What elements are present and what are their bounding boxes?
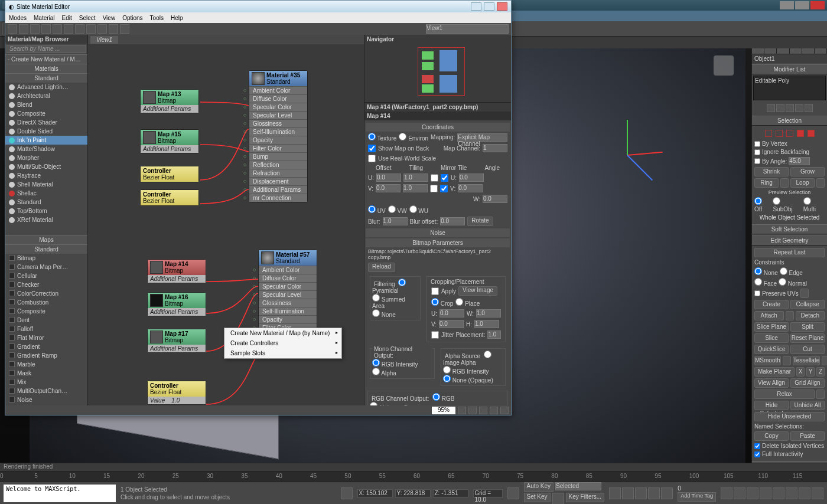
current-frame-spinner[interactable]: 0 [678,485,695,492]
material-item[interactable]: Advanced Lightin… [5,83,87,91]
by-vertex-check[interactable] [754,141,760,147]
viewport-nav-icon[interactable] [773,487,784,499]
ring-button[interactable]: Ring [754,178,779,188]
modify-tab[interactable] [764,48,777,54]
noise-rollout[interactable]: Noise [366,228,510,237]
close-button[interactable] [810,1,825,9]
map-item[interactable]: MultiOutputChan… [5,387,87,395]
node-map17[interactable]: Map #17Bitmap Additional Params [147,329,206,353]
jitter-check[interactable] [431,331,439,339]
viewport-nav-icon[interactable] [786,487,797,499]
texture-radio[interactable] [368,133,376,140]
viewport-nav-icon[interactable] [799,487,810,499]
constraint-none[interactable] [754,267,762,275]
hide-unselected-button[interactable]: Hide Unselected [754,412,825,421]
attach-list-button[interactable] [786,311,794,320]
material-slot[interactable]: Refraction [249,169,307,177]
modifier-stack[interactable]: Editable Poly [753,76,826,100]
slate-menu-material[interactable]: Material [34,15,55,21]
node-controller2[interactable]: ControllerBezier Float [140,189,199,206]
coord-x[interactable]: X: 150.102 [357,489,393,498]
slice-plane-button[interactable]: Slice Plane [754,322,789,332]
standard-maps-category[interactable]: Standard [5,244,87,254]
by-angle-spinner[interactable]: 45.0 [789,157,810,165]
node-map15[interactable]: Map #15Bitmap Additional Params [140,129,199,153]
map-item[interactable]: Mix [5,378,87,387]
coordinates-rollout[interactable]: Coordinates [366,123,510,132]
v-angle[interactable]: 0.0 [458,184,483,192]
material-item[interactable]: Top/Bottom [5,207,87,215]
maxscript-listener[interactable]: Welcome to MAXScript. [4,485,116,502]
material-item[interactable]: Matte/Shadow [5,145,87,153]
node-material35[interactable]: Material #35Standard Ambient ColorDiffus… [249,70,308,202]
material-slot[interactable]: Diffuse Color [259,274,317,282]
softsel-rollout-head[interactable]: Soft Selection [752,224,827,234]
material-item[interactable]: Multi/Sub-Object [5,162,87,171]
material-slot[interactable]: mr Connection [249,194,307,202]
slate-maximize-button[interactable] [484,2,494,11]
goto-end-icon[interactable] [661,487,673,499]
material-item[interactable]: Ink 'n Paint [5,136,87,145]
browser-search-input[interactable]: Search by Name ... [6,45,86,53]
material-item[interactable]: Shellac [5,189,87,198]
filter-pyramidal[interactable] [398,279,406,286]
material-item[interactable]: Raytrace [5,171,87,180]
material-slot[interactable]: Displacement [249,177,307,185]
material-item[interactable]: Composite [5,109,87,118]
coord-z[interactable]: Z: -1.351 [433,489,468,498]
material-item[interactable]: XRef Material [5,215,87,224]
planar-z[interactable]: Z [816,367,825,377]
material-item[interactable]: Standard [5,198,87,207]
canvas-tab-view1[interactable]: View1 [90,36,118,44]
alpha-rgbint[interactable] [443,366,451,374]
material-item[interactable]: Blend [5,100,87,109]
loop-spin[interactable] [816,178,825,188]
preview-multi-radio[interactable] [803,197,811,205]
material-slot[interactable]: Additional Params [249,185,307,194]
constraint-face[interactable] [754,278,762,286]
v-tile[interactable]: 1.0 [403,184,428,192]
filter-summed[interactable] [372,294,380,302]
timeline-ruler[interactable]: 0510152025303540455055606570758085909510… [0,472,827,482]
u-tile[interactable]: 1.0 [403,174,428,182]
standard-category[interactable]: Standard [5,73,87,83]
slate-minimize-button[interactable] [471,2,481,11]
map-item[interactable]: Cellular [5,271,87,280]
material-slot[interactable]: Opacity [259,315,317,323]
slate-tool-icon[interactable] [64,24,73,34]
slate-menu-help[interactable]: Help [171,15,183,21]
coord-y[interactable]: Y: 228.818 [395,489,431,498]
remove-modifier-icon[interactable] [795,104,803,112]
alpha-image[interactable] [484,351,491,358]
create-tab[interactable] [752,48,764,54]
apply-check[interactable] [431,287,439,295]
hierarchy-tab[interactable] [777,48,789,54]
material-slot[interactable]: Specular Level [259,290,317,299]
alpha-none[interactable] [443,375,451,382]
material-slot[interactable]: Diffuse Color [249,94,307,103]
material-slot[interactable]: Glossiness [249,119,307,127]
slate-tool-icon[interactable] [97,24,107,34]
preview-off-radio[interactable] [754,197,762,205]
ctx-sample-slots[interactable]: Sample Slots [224,348,341,358]
split-button[interactable]: Split [790,322,825,332]
viewcube[interactable] [714,55,734,76]
key-filter-selected[interactable]: Selected [555,482,601,490]
u-angle[interactable]: 0.0 [459,174,484,182]
slate-tool-icon[interactable] [75,24,84,34]
ignore-backfacing-check[interactable] [754,149,760,155]
navigator-panel[interactable] [364,44,511,103]
material-slot[interactable]: Specular Color [259,282,317,290]
slate-close-button[interactable] [497,2,507,11]
maximize-button[interactable] [795,1,809,9]
play-icon[interactable] [635,487,647,499]
mono-rgb[interactable] [372,359,380,366]
paste-ns-button[interactable]: Paste [790,431,825,441]
viewport-nav-icon[interactable] [760,487,771,499]
copy-ns-button[interactable]: Copy [754,431,789,441]
detach-button[interactable]: Detach [796,311,825,320]
mono-alpha[interactable] [372,368,380,375]
show-map-check[interactable] [368,145,376,152]
modifier-list-combo[interactable]: Modifier List [752,64,827,74]
msmooth-button[interactable]: MSmooth [754,356,781,365]
